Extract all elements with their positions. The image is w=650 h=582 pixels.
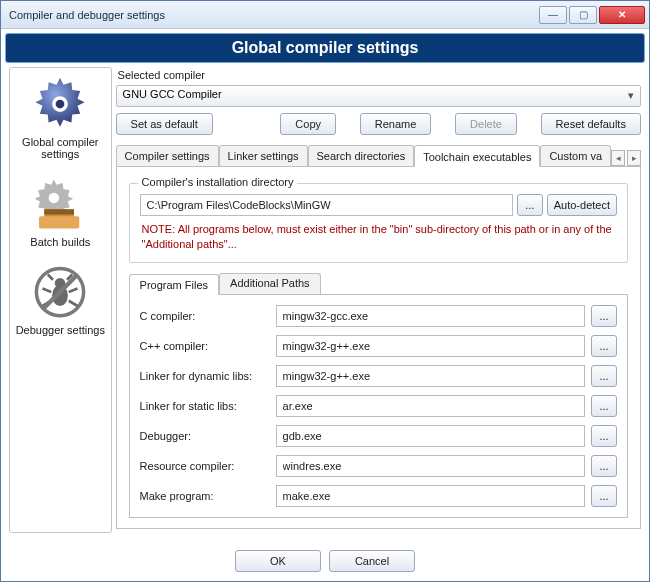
browse-cpp-compiler[interactable]: ... — [591, 335, 617, 357]
subtab-program-files[interactable]: Program Files — [129, 274, 219, 295]
tab-search-directories[interactable]: Search directories — [308, 145, 415, 166]
browse-static-linker[interactable]: ... — [591, 395, 617, 417]
label-c-compiler: C compiler: — [140, 310, 270, 322]
sidebar: Global compiler settings Batch builds De… — [9, 67, 112, 533]
svg-line-9 — [48, 275, 53, 280]
titlebar[interactable]: Compiler and debugger settings — ▢ ✕ — [1, 1, 649, 29]
sidebar-item-global-compiler[interactable]: Global compiler settings — [14, 76, 107, 160]
compiler-dropdown[interactable]: GNU GCC Compiler — [116, 85, 641, 107]
dialog-footer: OK Cancel — [1, 541, 649, 581]
toolchain-panel: Compiler's installation directory ... Au… — [116, 167, 641, 529]
sidebar-item-label: Global compiler settings — [14, 136, 107, 160]
install-dir-browse-button[interactable]: ... — [517, 194, 543, 216]
tab-compiler-settings[interactable]: Compiler settings — [116, 145, 219, 166]
install-dir-row: ... Auto-detect — [140, 194, 617, 216]
rename-button[interactable]: Rename — [360, 113, 432, 135]
compiler-action-row: Set as default Copy Rename Delete Reset … — [116, 113, 641, 135]
selected-compiler-label: Selected compiler — [118, 69, 641, 81]
row-debugger: Debugger: ... — [140, 425, 617, 447]
ok-button[interactable]: OK — [235, 550, 321, 572]
label-cpp-compiler: C++ compiler: — [140, 340, 270, 352]
copy-button[interactable]: Copy — [280, 113, 336, 135]
program-files-panel: C compiler: ... C++ compiler: ... Linker… — [129, 295, 628, 518]
label-dynamic-linker: Linker for dynamic libs: — [140, 370, 270, 382]
reset-defaults-button[interactable]: Reset defaults — [541, 113, 641, 135]
svg-point-1 — [56, 100, 65, 109]
input-dynamic-linker[interactable] — [276, 365, 585, 387]
tab-scroll-right[interactable]: ▸ — [627, 150, 641, 166]
sidebar-item-label: Batch builds — [30, 236, 90, 248]
sidebar-item-batch-builds[interactable]: Batch builds — [14, 176, 107, 248]
row-cpp-compiler: C++ compiler: ... — [140, 335, 617, 357]
subtab-additional-paths[interactable]: Additional Paths — [219, 273, 321, 294]
close-button[interactable]: ✕ — [599, 6, 645, 24]
label-static-linker: Linker for static libs: — [140, 400, 270, 412]
input-cpp-compiler[interactable] — [276, 335, 585, 357]
tab-custom-vars[interactable]: Custom va — [540, 145, 611, 166]
program-subtabs: Program Files Additional Paths — [129, 273, 628, 295]
label-debugger: Debugger: — [140, 430, 270, 442]
input-c-compiler[interactable] — [276, 305, 585, 327]
compiler-dropdown-value: GNU GCC Compiler — [123, 88, 222, 100]
browse-debugger[interactable]: ... — [591, 425, 617, 447]
row-static-linker: Linker for static libs: ... — [140, 395, 617, 417]
row-make-program: Make program: ... — [140, 485, 617, 507]
browse-dynamic-linker[interactable]: ... — [591, 365, 617, 387]
gear-icon — [32, 76, 88, 132]
tab-scroll-left[interactable]: ◂ — [611, 150, 625, 166]
svg-line-14 — [69, 301, 78, 306]
install-dir-fieldset: Compiler's installation directory ... Au… — [129, 183, 628, 263]
browse-c-compiler[interactable]: ... — [591, 305, 617, 327]
cancel-button[interactable]: Cancel — [329, 550, 415, 572]
row-c-compiler: C compiler: ... — [140, 305, 617, 327]
auto-detect-button[interactable]: Auto-detect — [547, 194, 617, 216]
svg-line-12 — [69, 289, 78, 293]
sidebar-item-debugger[interactable]: Debugger settings — [14, 264, 107, 336]
install-dir-input[interactable] — [140, 194, 513, 216]
row-dynamic-linker: Linker for dynamic libs: ... — [140, 365, 617, 387]
settings-tabs: Compiler settings Linker settings Search… — [116, 143, 641, 167]
set-default-button[interactable]: Set as default — [116, 113, 213, 135]
svg-rect-5 — [39, 216, 79, 228]
browse-make-program[interactable]: ... — [591, 485, 617, 507]
banner-title: Global compiler settings — [5, 33, 645, 63]
tab-linker-settings[interactable]: Linker settings — [219, 145, 308, 166]
window-controls: — ▢ ✕ — [539, 6, 645, 24]
input-make-program[interactable] — [276, 485, 585, 507]
svg-line-11 — [43, 289, 52, 293]
debugger-icon — [32, 264, 88, 320]
batch-build-icon — [32, 176, 88, 232]
input-resource-compiler[interactable] — [276, 455, 585, 477]
sidebar-item-label: Debugger settings — [16, 324, 105, 336]
row-resource-compiler: Resource compiler: ... — [140, 455, 617, 477]
svg-rect-4 — [45, 209, 75, 214]
main-panel: Selected compiler GNU GCC Compiler Set a… — [116, 67, 641, 533]
label-make-program: Make program: — [140, 490, 270, 502]
svg-point-2 — [49, 193, 60, 204]
minimize-button[interactable]: — — [539, 6, 567, 24]
tab-scroll-nav: ◂ ▸ — [611, 150, 641, 166]
delete-button: Delete — [455, 113, 517, 135]
tab-toolchain-executables[interactable]: Toolchain executables — [414, 145, 540, 167]
label-resource-compiler: Resource compiler: — [140, 460, 270, 472]
maximize-button[interactable]: ▢ — [569, 6, 597, 24]
browse-resource-compiler[interactable]: ... — [591, 455, 617, 477]
install-dir-note: NOTE: All programs below, must exist eit… — [142, 222, 615, 252]
input-debugger[interactable] — [276, 425, 585, 447]
install-dir-legend: Compiler's installation directory — [138, 176, 298, 188]
input-static-linker[interactable] — [276, 395, 585, 417]
body: Global compiler settings Batch builds De… — [1, 67, 649, 541]
window: Compiler and debugger settings — ▢ ✕ Glo… — [0, 0, 650, 582]
window-title: Compiler and debugger settings — [9, 9, 539, 21]
